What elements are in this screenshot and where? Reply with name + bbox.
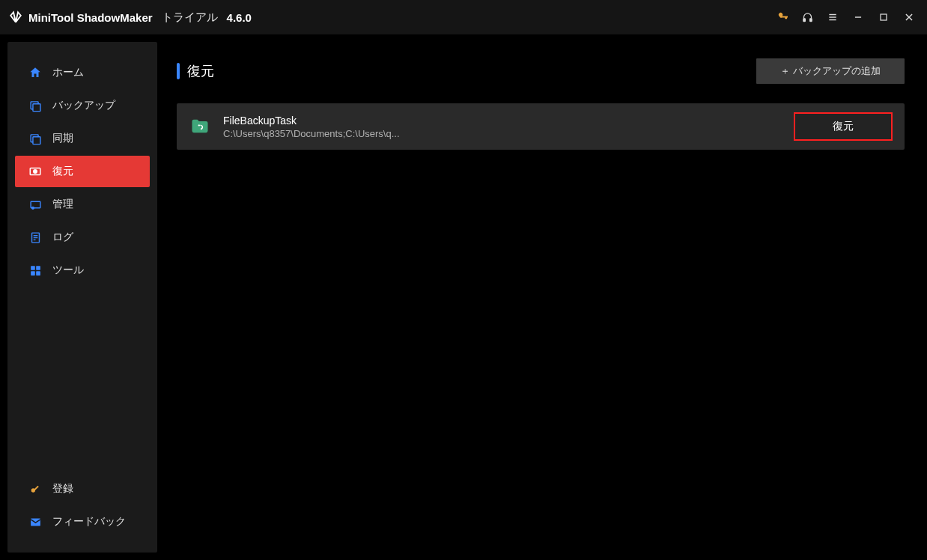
- task-path: C:\Users\q8357\Documents;C:\Users\q...: [223, 128, 433, 139]
- svg-rect-26: [34, 486, 39, 491]
- titlebar-controls: [770, 6, 921, 28]
- svg-rect-21: [31, 266, 35, 270]
- app-logo-icon: [9, 10, 22, 24]
- sidebar-bottom: 登録 フィードバック: [7, 472, 157, 553]
- sidebar-item-label: ログ: [52, 231, 73, 244]
- svg-rect-23: [31, 271, 35, 276]
- minimize-icon[interactable]: [846, 6, 870, 28]
- restore-icon: [28, 165, 42, 178]
- sidebar-item-label: ホーム: [52, 66, 84, 79]
- tools-icon: [28, 264, 42, 277]
- page-title-wrap: 復元: [177, 62, 214, 80]
- maximize-icon[interactable]: [872, 6, 896, 28]
- feedback-mail-icon: [28, 515, 42, 529]
- task-list: FileBackupTask C:\Users\q8357\Documents;…: [177, 103, 905, 150]
- svg-rect-10: [32, 103, 40, 111]
- content-area: 復元 ＋ バックアップの追加 FileBackupTask C:\Users\q…: [157, 42, 920, 553]
- svg-point-14: [34, 170, 37, 174]
- sidebar-main: ホーム バックアップ 同期 復元: [7, 55, 157, 472]
- content-header: 復元 ＋ バックアップの追加: [177, 58, 905, 84]
- add-backup-button[interactable]: ＋ バックアップの追加: [756, 58, 905, 84]
- sidebar-item-label: ツール: [52, 264, 84, 277]
- task-name: FileBackupTask: [223, 115, 782, 127]
- folder-restore-icon: [189, 115, 211, 138]
- headset-icon[interactable]: [795, 6, 819, 28]
- svg-rect-12: [32, 136, 40, 144]
- app-name: MiniTool ShadowMaker: [28, 11, 153, 24]
- menu-icon[interactable]: [821, 6, 845, 28]
- svg-rect-1: [809, 18, 812, 21]
- app-version: 4.6.0: [227, 11, 252, 24]
- sidebar-item-restore[interactable]: 復元: [15, 156, 150, 187]
- sidebar-item-label: フィードバック: [52, 515, 126, 529]
- key-icon[interactable]: [770, 6, 794, 28]
- svg-rect-22: [36, 266, 40, 270]
- sidebar-item-home[interactable]: ホーム: [15, 57, 150, 88]
- restore-button[interactable]: 復元: [794, 112, 893, 141]
- titlebar-left: MiniTool ShadowMaker トライアル 4.6.0: [9, 10, 252, 25]
- main-area: ホーム バックアップ 同期 復元: [0, 34, 927, 560]
- log-icon: [28, 231, 42, 244]
- sidebar-item-label: 管理: [52, 198, 73, 211]
- sidebar-item-tools[interactable]: ツール: [15, 255, 150, 286]
- sidebar-item-manage[interactable]: 管理: [15, 189, 150, 220]
- svg-rect-0: [803, 18, 805, 21]
- backup-icon: [28, 99, 42, 112]
- sidebar: ホーム バックアップ 同期 復元: [7, 42, 157, 553]
- sidebar-item-backup[interactable]: バックアップ: [15, 90, 150, 121]
- sidebar-item-log[interactable]: ログ: [15, 222, 150, 253]
- sidebar-item-sync[interactable]: 同期: [15, 123, 150, 154]
- app-trial-label: トライアル: [162, 10, 218, 25]
- manage-icon: [28, 198, 42, 211]
- sidebar-item-label: バックアップ: [52, 99, 115, 112]
- sync-icon: [28, 132, 42, 145]
- titlebar: MiniTool ShadowMaker トライアル 4.6.0: [0, 0, 927, 34]
- close-icon[interactable]: [897, 6, 921, 28]
- page-title: 復元: [187, 62, 214, 80]
- sidebar-item-label: 同期: [52, 132, 73, 145]
- sidebar-item-label: 復元: [52, 165, 73, 178]
- task-row[interactable]: FileBackupTask C:\Users\q8357\Documents;…: [177, 103, 905, 150]
- svg-point-16: [31, 207, 34, 209]
- home-icon: [28, 66, 42, 79]
- title-accent: [177, 63, 180, 79]
- svg-rect-6: [881, 14, 887, 20]
- sidebar-item-feedback[interactable]: フィードバック: [15, 506, 150, 538]
- register-key-icon: [28, 482, 42, 496]
- task-info: FileBackupTask C:\Users\q8357\Documents;…: [223, 115, 782, 139]
- svg-rect-24: [36, 271, 40, 276]
- sidebar-item-label: 登録: [52, 482, 73, 496]
- sidebar-item-register[interactable]: 登録: [15, 473, 150, 505]
